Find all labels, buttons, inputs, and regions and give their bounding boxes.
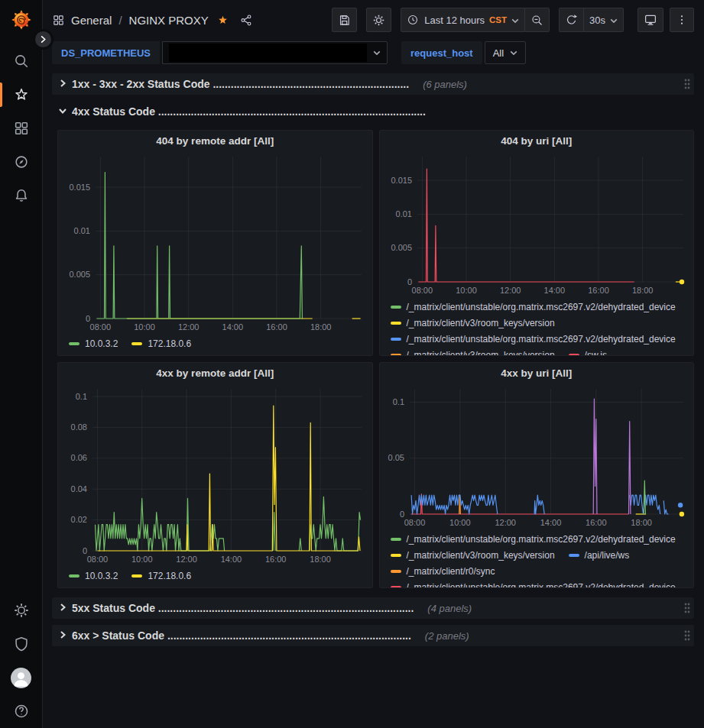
legend-swatch [569, 354, 579, 357]
zoom-out-time-button[interactable] [525, 8, 550, 32]
sidebar-item-explore[interactable] [0, 145, 43, 179]
chart-404-by-remote-addr[interactable]: 08:0010:0012:0014:0016:0018:0000.0050.01… [60, 150, 369, 334]
breadcrumb-section[interactable]: General [71, 14, 112, 27]
legend-item[interactable]: 172.18.0.6 [131, 571, 191, 581]
chart-404-by-uri[interactable]: 08:0010:0012:0014:0016:0018:0000.0050.01… [382, 150, 691, 297]
help-question-icon [13, 703, 30, 720]
svg-text:0.005: 0.005 [70, 270, 91, 279]
breadcrumb: General / NGINX PROXY [52, 14, 253, 27]
legend-swatch [391, 570, 401, 573]
compass-icon [13, 154, 30, 170]
sidebar-item-dashboards[interactable] [0, 112, 43, 145]
user-silhouette-icon [11, 668, 31, 688]
row-5xx[interactable]: 5xx Status Code ........................… [52, 597, 694, 619]
panel-title[interactable]: 404 by remote addr [All] [58, 131, 372, 150]
datasource-variable-label[interactable]: DS_PROMETHEUS [52, 41, 160, 64]
legend-item[interactable]: /sw.js [569, 350, 607, 357]
legend-row: /_matrix/client/r0/sync [391, 563, 689, 579]
dashboards-grid-icon [52, 14, 65, 27]
chevron-right-icon [58, 601, 67, 615]
datasource-variable-value[interactable] [162, 41, 388, 64]
bell-icon [13, 187, 30, 204]
chart-4xx-by-remote-addr[interactable]: 08:0010:0012:0014:0016:0018:0000.020.040… [60, 383, 369, 566]
row-panel-count: (4 panels) [427, 603, 472, 614]
sidebar-item-configuration[interactable] [0, 594, 43, 627]
panel-4xx-by-remote-addr: 4xx by remote addr [All] 08:0010:0012:00… [57, 362, 373, 588]
svg-text:0.1: 0.1 [76, 392, 87, 401]
request-host-variable-label[interactable]: request_host [401, 41, 482, 64]
request-host-variable-value[interactable]: All [485, 41, 526, 64]
svg-text:14:00: 14:00 [540, 518, 561, 527]
dashboard-settings-button[interactable] [366, 8, 391, 32]
kebab-menu-icon [676, 14, 688, 26]
tv-mode-button[interactable] [637, 8, 663, 32]
svg-text:16:00: 16:00 [588, 286, 609, 295]
legend-swatch [391, 338, 401, 341]
legend-item[interactable]: /_matrix/client/unstable/org.matrix.msc2… [391, 334, 676, 345]
sidebar-item-search[interactable] [0, 44, 43, 78]
redacted-value [169, 44, 367, 62]
dashboard-title[interactable]: NGINX PROXY [129, 14, 209, 27]
share-icon[interactable] [240, 14, 253, 27]
chart-4xx-by-uri[interactable]: 08:0010:0012:0014:0016:0018:0000.050.1 [382, 383, 691, 529]
legend-item[interactable]: /_matrix/client/unstable/org.matrix.msc2… [391, 302, 676, 312]
row-4xx[interactable]: 4xx Status Code ........................… [52, 101, 694, 122]
legend-swatch [131, 342, 142, 345]
sidebar-expand-button[interactable] [33, 29, 54, 50]
avatar [11, 668, 31, 688]
row-title: 4xx Status Code ........................… [72, 105, 426, 118]
save-dashboard-button[interactable] [332, 8, 357, 32]
star-filled-icon[interactable] [216, 14, 229, 27]
sidebar-item-help[interactable] [0, 694, 43, 728]
sidebar-item-profile[interactable] [0, 661, 43, 694]
legend-item[interactable]: 10.0.3.2 [69, 571, 118, 581]
legend-item[interactable]: /_matrix/client/v3/room_keys/version [391, 318, 555, 328]
search-icon [13, 53, 30, 70]
refresh-interval-dropdown[interactable]: 30s [584, 8, 624, 32]
sidebar-item-server-admin[interactable] [0, 627, 43, 661]
main-area: General / NGINX PROXY [44, 0, 704, 728]
legend-item[interactable]: /_matrix/client/unstable/org.matrix.msc2… [391, 534, 676, 545]
time-range-picker[interactable]: Last 12 hours CST [401, 8, 525, 32]
legend-item[interactable]: /_matrix/client/v3/room_keys/version [391, 550, 555, 561]
variables-bar: DS_PROMETHEUS request_host All [44, 40, 704, 66]
row-6xx[interactable]: 6xx > Status Code ......................… [52, 625, 694, 646]
svg-text:16:00: 16:00 [586, 518, 607, 527]
legend-item[interactable]: 10.0.3.2 [69, 338, 118, 349]
magnifier-minus-icon [530, 14, 543, 27]
panel-title[interactable]: 404 by uri [All] [380, 131, 694, 150]
top-nav: General / NGINX PROXY [44, 0, 704, 40]
time-range-label: Last 12 hours [424, 15, 485, 26]
row-drag-handle[interactable] [683, 629, 691, 642]
legend-item[interactable]: /api/live/ws [569, 550, 630, 561]
legend-item[interactable]: /_matrix/client/unstable/org.matrix.msc2… [391, 582, 676, 589]
chevron-down-icon [58, 105, 67, 118]
timezone-label: CST [489, 15, 507, 24]
more-options-button[interactable] [670, 8, 694, 32]
legend-label: 10.0.3.2 [85, 338, 118, 349]
panel-title[interactable]: 4xx by remote addr [All] [58, 363, 372, 383]
legend-item[interactable]: /_matrix/client/r0/sync [391, 566, 495, 577]
row-drag-handle[interactable] [683, 78, 691, 90]
sidebar-item-starred[interactable] [0, 78, 43, 112]
svg-text:0.04: 0.04 [71, 484, 87, 493]
row-drag-handle[interactable] [683, 602, 691, 614]
monitor-icon [644, 13, 657, 27]
svg-text:0.05: 0.05 [388, 453, 404, 462]
legend-item[interactable]: /_matrix/client/v3/room_keys/version [391, 350, 555, 357]
panel-title[interactable]: 4xx by uri [All] [380, 363, 694, 383]
legend-item[interactable]: 172.18.0.6 [131, 338, 191, 349]
legend-row: 10.0.3.2172.18.0.6 [69, 335, 368, 351]
panel-404-by-uri: 404 by uri [All] 08:0010:0012:0014:0016:… [379, 130, 695, 356]
svg-text:10:00: 10:00 [131, 555, 153, 564]
refresh-button[interactable] [559, 8, 584, 32]
row-1xx-3xx-2xx[interactable]: 1xx - 3xx - 2xx Status Code ............… [52, 73, 694, 95]
legend-row: 10.0.3.2172.18.0.6 [69, 568, 368, 584]
legend-row: /_matrix/client/unstable/org.matrix.msc2… [391, 299, 689, 315]
legend-swatch [391, 306, 401, 309]
sidebar-item-alerting[interactable] [0, 179, 43, 212]
svg-text:16:00: 16:00 [265, 555, 287, 564]
legend-label: /_matrix/client/unstable/org.matrix.msc2… [407, 534, 676, 545]
refresh-interval-label: 30s [589, 15, 605, 26]
star-icon [13, 86, 30, 103]
